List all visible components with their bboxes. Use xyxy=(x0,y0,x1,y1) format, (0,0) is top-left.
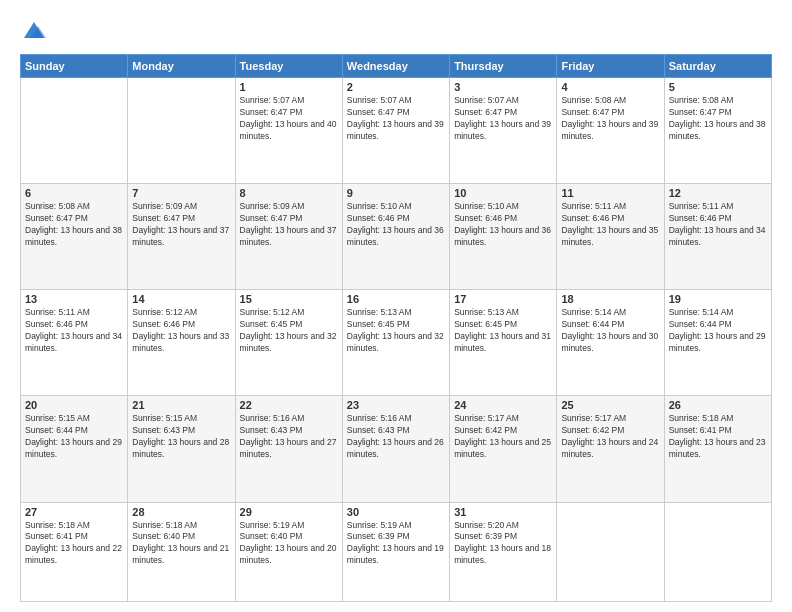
day-info: Sunrise: 5:11 AM Sunset: 6:46 PM Dayligh… xyxy=(25,307,123,355)
calendar-cell: 10Sunrise: 5:10 AM Sunset: 6:46 PM Dayli… xyxy=(450,184,557,290)
day-number: 14 xyxy=(132,293,230,305)
day-number: 2 xyxy=(347,81,445,93)
calendar-cell: 11Sunrise: 5:11 AM Sunset: 6:46 PM Dayli… xyxy=(557,184,664,290)
day-number: 3 xyxy=(454,81,552,93)
day-info: Sunrise: 5:12 AM Sunset: 6:45 PM Dayligh… xyxy=(240,307,338,355)
calendar-week-row: 20Sunrise: 5:15 AM Sunset: 6:44 PM Dayli… xyxy=(21,396,772,502)
day-info: Sunrise: 5:07 AM Sunset: 6:47 PM Dayligh… xyxy=(240,95,338,143)
day-number: 26 xyxy=(669,399,767,411)
calendar-cell: 9Sunrise: 5:10 AM Sunset: 6:46 PM Daylig… xyxy=(342,184,449,290)
day-info: Sunrise: 5:20 AM Sunset: 6:39 PM Dayligh… xyxy=(454,520,552,568)
calendar-cell: 27Sunrise: 5:18 AM Sunset: 6:41 PM Dayli… xyxy=(21,502,128,602)
day-number: 25 xyxy=(561,399,659,411)
day-number: 7 xyxy=(132,187,230,199)
day-info: Sunrise: 5:11 AM Sunset: 6:46 PM Dayligh… xyxy=(561,201,659,249)
calendar-header-row: SundayMondayTuesdayWednesdayThursdayFrid… xyxy=(21,55,772,78)
calendar-header-saturday: Saturday xyxy=(664,55,771,78)
calendar-cell: 22Sunrise: 5:16 AM Sunset: 6:43 PM Dayli… xyxy=(235,396,342,502)
calendar-cell: 5Sunrise: 5:08 AM Sunset: 6:47 PM Daylig… xyxy=(664,78,771,184)
header xyxy=(20,16,772,44)
calendar-cell xyxy=(664,502,771,602)
calendar-cell xyxy=(557,502,664,602)
day-number: 19 xyxy=(669,293,767,305)
calendar-cell: 3Sunrise: 5:07 AM Sunset: 6:47 PM Daylig… xyxy=(450,78,557,184)
calendar-cell: 28Sunrise: 5:18 AM Sunset: 6:40 PM Dayli… xyxy=(128,502,235,602)
day-info: Sunrise: 5:19 AM Sunset: 6:40 PM Dayligh… xyxy=(240,520,338,568)
day-number: 1 xyxy=(240,81,338,93)
day-info: Sunrise: 5:07 AM Sunset: 6:47 PM Dayligh… xyxy=(454,95,552,143)
day-info: Sunrise: 5:18 AM Sunset: 6:41 PM Dayligh… xyxy=(669,413,767,461)
calendar-cell: 2Sunrise: 5:07 AM Sunset: 6:47 PM Daylig… xyxy=(342,78,449,184)
calendar-cell: 20Sunrise: 5:15 AM Sunset: 6:44 PM Dayli… xyxy=(21,396,128,502)
calendar-cell: 19Sunrise: 5:14 AM Sunset: 6:44 PM Dayli… xyxy=(664,290,771,396)
calendar-header-tuesday: Tuesday xyxy=(235,55,342,78)
calendar-cell: 23Sunrise: 5:16 AM Sunset: 6:43 PM Dayli… xyxy=(342,396,449,502)
calendar-week-row: 27Sunrise: 5:18 AM Sunset: 6:41 PM Dayli… xyxy=(21,502,772,602)
day-number: 24 xyxy=(454,399,552,411)
day-info: Sunrise: 5:19 AM Sunset: 6:39 PM Dayligh… xyxy=(347,520,445,568)
day-number: 22 xyxy=(240,399,338,411)
day-number: 12 xyxy=(669,187,767,199)
day-number: 6 xyxy=(25,187,123,199)
day-info: Sunrise: 5:12 AM Sunset: 6:46 PM Dayligh… xyxy=(132,307,230,355)
day-info: Sunrise: 5:15 AM Sunset: 6:43 PM Dayligh… xyxy=(132,413,230,461)
calendar-cell: 21Sunrise: 5:15 AM Sunset: 6:43 PM Dayli… xyxy=(128,396,235,502)
day-number: 9 xyxy=(347,187,445,199)
calendar-cell: 1Sunrise: 5:07 AM Sunset: 6:47 PM Daylig… xyxy=(235,78,342,184)
calendar-week-row: 13Sunrise: 5:11 AM Sunset: 6:46 PM Dayli… xyxy=(21,290,772,396)
day-info: Sunrise: 5:07 AM Sunset: 6:47 PM Dayligh… xyxy=(347,95,445,143)
day-number: 8 xyxy=(240,187,338,199)
day-number: 16 xyxy=(347,293,445,305)
calendar-cell: 24Sunrise: 5:17 AM Sunset: 6:42 PM Dayli… xyxy=(450,396,557,502)
calendar-cell: 31Sunrise: 5:20 AM Sunset: 6:39 PM Dayli… xyxy=(450,502,557,602)
calendar-cell: 7Sunrise: 5:09 AM Sunset: 6:47 PM Daylig… xyxy=(128,184,235,290)
day-number: 20 xyxy=(25,399,123,411)
day-info: Sunrise: 5:13 AM Sunset: 6:45 PM Dayligh… xyxy=(347,307,445,355)
calendar-header-wednesday: Wednesday xyxy=(342,55,449,78)
calendar-cell: 13Sunrise: 5:11 AM Sunset: 6:46 PM Dayli… xyxy=(21,290,128,396)
day-info: Sunrise: 5:18 AM Sunset: 6:41 PM Dayligh… xyxy=(25,520,123,568)
calendar-cell: 6Sunrise: 5:08 AM Sunset: 6:47 PM Daylig… xyxy=(21,184,128,290)
day-info: Sunrise: 5:13 AM Sunset: 6:45 PM Dayligh… xyxy=(454,307,552,355)
calendar-cell: 8Sunrise: 5:09 AM Sunset: 6:47 PM Daylig… xyxy=(235,184,342,290)
day-number: 18 xyxy=(561,293,659,305)
day-info: Sunrise: 5:18 AM Sunset: 6:40 PM Dayligh… xyxy=(132,520,230,568)
calendar: SundayMondayTuesdayWednesdayThursdayFrid… xyxy=(20,54,772,602)
day-number: 27 xyxy=(25,506,123,518)
page: SundayMondayTuesdayWednesdayThursdayFrid… xyxy=(0,0,792,612)
day-info: Sunrise: 5:10 AM Sunset: 6:46 PM Dayligh… xyxy=(347,201,445,249)
day-number: 5 xyxy=(669,81,767,93)
day-info: Sunrise: 5:16 AM Sunset: 6:43 PM Dayligh… xyxy=(240,413,338,461)
calendar-cell xyxy=(128,78,235,184)
logo xyxy=(20,16,52,44)
calendar-week-row: 1Sunrise: 5:07 AM Sunset: 6:47 PM Daylig… xyxy=(21,78,772,184)
day-info: Sunrise: 5:08 AM Sunset: 6:47 PM Dayligh… xyxy=(561,95,659,143)
day-info: Sunrise: 5:14 AM Sunset: 6:44 PM Dayligh… xyxy=(669,307,767,355)
calendar-cell: 30Sunrise: 5:19 AM Sunset: 6:39 PM Dayli… xyxy=(342,502,449,602)
day-info: Sunrise: 5:10 AM Sunset: 6:46 PM Dayligh… xyxy=(454,201,552,249)
calendar-header-thursday: Thursday xyxy=(450,55,557,78)
calendar-header-sunday: Sunday xyxy=(21,55,128,78)
day-info: Sunrise: 5:09 AM Sunset: 6:47 PM Dayligh… xyxy=(240,201,338,249)
calendar-header-friday: Friday xyxy=(557,55,664,78)
day-info: Sunrise: 5:16 AM Sunset: 6:43 PM Dayligh… xyxy=(347,413,445,461)
logo-icon xyxy=(20,16,48,44)
day-number: 30 xyxy=(347,506,445,518)
calendar-cell: 15Sunrise: 5:12 AM Sunset: 6:45 PM Dayli… xyxy=(235,290,342,396)
day-info: Sunrise: 5:08 AM Sunset: 6:47 PM Dayligh… xyxy=(669,95,767,143)
day-number: 31 xyxy=(454,506,552,518)
calendar-cell: 26Sunrise: 5:18 AM Sunset: 6:41 PM Dayli… xyxy=(664,396,771,502)
calendar-cell: 29Sunrise: 5:19 AM Sunset: 6:40 PM Dayli… xyxy=(235,502,342,602)
day-info: Sunrise: 5:17 AM Sunset: 6:42 PM Dayligh… xyxy=(454,413,552,461)
day-number: 15 xyxy=(240,293,338,305)
day-info: Sunrise: 5:15 AM Sunset: 6:44 PM Dayligh… xyxy=(25,413,123,461)
day-number: 11 xyxy=(561,187,659,199)
day-info: Sunrise: 5:09 AM Sunset: 6:47 PM Dayligh… xyxy=(132,201,230,249)
day-info: Sunrise: 5:17 AM Sunset: 6:42 PM Dayligh… xyxy=(561,413,659,461)
day-info: Sunrise: 5:11 AM Sunset: 6:46 PM Dayligh… xyxy=(669,201,767,249)
calendar-cell: 4Sunrise: 5:08 AM Sunset: 6:47 PM Daylig… xyxy=(557,78,664,184)
calendar-cell: 17Sunrise: 5:13 AM Sunset: 6:45 PM Dayli… xyxy=(450,290,557,396)
day-number: 23 xyxy=(347,399,445,411)
calendar-cell: 16Sunrise: 5:13 AM Sunset: 6:45 PM Dayli… xyxy=(342,290,449,396)
day-number: 4 xyxy=(561,81,659,93)
